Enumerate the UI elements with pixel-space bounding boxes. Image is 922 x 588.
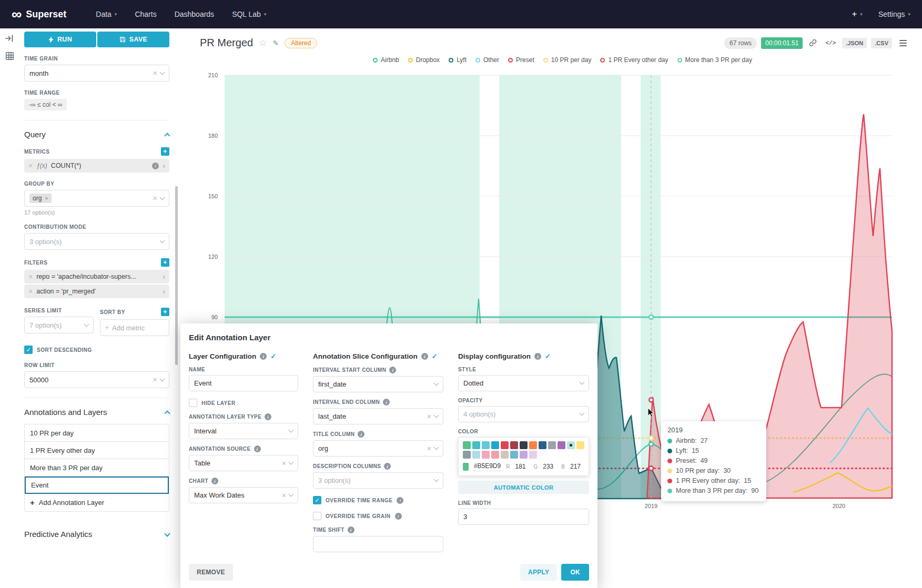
clear-icon[interactable]: ×	[427, 413, 431, 420]
export-json-button[interactable]: .JSON	[842, 38, 867, 48]
datasource-grid-icon[interactable]	[5, 52, 14, 60]
color-swatch[interactable]	[472, 441, 480, 449]
apply-button[interactable]: APPLY	[520, 564, 557, 581]
legend-item[interactable]: 10 PR per day	[543, 56, 592, 64]
color-swatch[interactable]	[463, 451, 471, 459]
override-time-range-checkbox[interactable]: ✓ OVERRIDE TIME RANGE i	[313, 496, 443, 504]
color-swatch[interactable]	[558, 441, 565, 449]
annotation-layer-item[interactable]: 10 PR per day	[25, 424, 169, 442]
group-by-select[interactable]: org× ×	[24, 190, 169, 207]
annotations-section-header[interactable]: Annotations and Layers	[24, 408, 169, 417]
title-column-select[interactable]: org×	[313, 440, 443, 457]
annotation-layer-item-selected[interactable]: Event	[25, 477, 169, 494]
save-button[interactable]: SAVE	[97, 32, 169, 47]
time-grain-select[interactable]: month ×	[24, 65, 169, 82]
copy-link-button[interactable]	[807, 37, 819, 48]
embed-code-button[interactable]: </>	[823, 38, 838, 48]
opacity-select[interactable]: 4 option(s)	[458, 406, 589, 422]
chart-select[interactable]: Max Work Dates×	[189, 487, 298, 503]
clear-icon[interactable]: ×	[282, 460, 286, 467]
interval-end-column-select[interactable]: last_date×	[313, 408, 443, 424]
chart-menu-button[interactable]	[896, 38, 910, 48]
add-sort-metric-button[interactable]: +	[161, 308, 169, 316]
nav-sql-lab[interactable]: SQL Lab▾	[232, 10, 266, 18]
b-input[interactable]: 217	[570, 463, 581, 471]
color-swatch[interactable]	[529, 451, 537, 459]
color-swatch[interactable]	[529, 441, 537, 449]
color-swatch[interactable]	[491, 441, 499, 449]
legend-item[interactable]: 1 PR Every other day	[600, 56, 668, 64]
annotation-layer-item[interactable]: 1 PR Every other day	[25, 442, 169, 459]
color-swatch[interactable]	[520, 451, 528, 459]
legend-item[interactable]: Preset	[508, 56, 534, 64]
nav-dashboards[interactable]: Dashboards	[175, 10, 215, 18]
ok-button[interactable]: OK	[561, 564, 589, 581]
time-shift-input[interactable]	[313, 536, 443, 552]
remove-icon[interactable]: ×	[28, 273, 33, 280]
collapse-chevron-icon[interactable]	[164, 410, 170, 416]
metric-pill[interactable]: × ƒ(x) COUNT(*) i ›	[24, 159, 169, 173]
color-swatch[interactable]	[501, 441, 509, 449]
color-swatch[interactable]	[491, 451, 499, 459]
color-swatch[interactable]	[472, 451, 480, 459]
hex-color-input[interactable]: #B5E9D9	[473, 462, 502, 471]
r-input[interactable]: 181	[515, 463, 525, 471]
clear-icon[interactable]: ×	[153, 376, 157, 383]
remove-button[interactable]: REMOVE	[189, 564, 233, 581]
export-csv-button[interactable]: .CSV	[871, 38, 892, 48]
color-swatch[interactable]	[482, 441, 490, 449]
edit-pencil-icon[interactable]: ✎	[272, 39, 279, 47]
run-button[interactable]: RUN	[24, 32, 96, 47]
contribution-mode-select[interactable]: 3 option(s)	[24, 233, 169, 250]
clear-icon[interactable]: ×	[427, 445, 431, 452]
automatic-color-button[interactable]: AUTOMATIC COLOR	[458, 481, 589, 494]
filter-pill[interactable]: × action = 'pr_merged' ›	[24, 285, 169, 298]
remove-icon[interactable]: ×	[28, 288, 33, 295]
legend-item[interactable]: Other	[475, 56, 499, 64]
settings-menu[interactable]: Settings▾	[878, 10, 910, 18]
interval-start-column-select[interactable]: first_date	[313, 376, 443, 392]
collapse-panel-icon[interactable]	[5, 34, 14, 43]
color-swatch[interactable]	[510, 451, 518, 459]
legend-item[interactable]: More than 3 PR per day	[677, 56, 752, 64]
clear-icon[interactable]: ×	[153, 69, 157, 77]
clear-icon[interactable]: ×	[282, 492, 286, 499]
filter-pill[interactable]: × repo = 'apache/incubator-supers... ›	[24, 270, 169, 283]
style-select[interactable]: Dotted	[458, 375, 589, 391]
color-swatch[interactable]	[548, 441, 556, 449]
name-input[interactable]: Event	[189, 375, 298, 391]
override-time-grain-checkbox[interactable]: OVERRIDE TIME GRAIN i	[313, 512, 443, 520]
remove-tag-icon[interactable]: ×	[45, 195, 48, 201]
predictive-section-header[interactable]: Predictive Analytics	[24, 530, 169, 539]
line-width-input[interactable]: 3	[458, 509, 589, 525]
altered-badge[interactable]: Altered	[285, 38, 317, 48]
hide-layer-checkbox[interactable]: HIDE LAYER	[189, 399, 298, 407]
color-swatch[interactable]	[576, 441, 584, 449]
description-columns-select[interactable]: 3 option(s)	[313, 472, 443, 489]
collapse-chevron-icon[interactable]	[164, 133, 170, 138]
sort-by-select[interactable]: + Add metric	[100, 319, 169, 336]
legend-item[interactable]: Airbnb	[373, 56, 399, 64]
expand-chevron-icon[interactable]	[164, 531, 170, 536]
legend-item[interactable]: Lyft	[449, 56, 467, 64]
g-input[interactable]: 233	[543, 463, 553, 471]
add-filter-button[interactable]: +	[161, 258, 169, 267]
add-annotation-layer-button[interactable]: + Add Annotation Layer	[25, 494, 169, 511]
time-range-value[interactable]: -∞ ≤ col < ∞	[24, 99, 67, 110]
nav-data[interactable]: Data▾	[96, 10, 117, 18]
color-swatch[interactable]	[539, 441, 546, 449]
annotation-source-select[interactable]: Table×	[189, 455, 298, 471]
series-limit-select[interactable]: 7 option(s)	[24, 317, 94, 333]
legend-item[interactable]: Dropbox	[408, 56, 440, 64]
color-swatch[interactable]	[520, 441, 528, 449]
remove-icon[interactable]: ×	[28, 162, 33, 169]
row-limit-select[interactable]: 50000 ×	[24, 371, 169, 388]
color-swatch[interactable]	[501, 451, 509, 459]
color-swatch[interactable]	[463, 441, 471, 449]
color-swatch-selected[interactable]	[567, 441, 575, 449]
clear-icon[interactable]: ×	[153, 195, 157, 202]
query-section-header[interactable]: Query	[24, 130, 169, 139]
annotation-layer-type-select[interactable]: Interval	[189, 423, 298, 439]
new-item-button[interactable]: +▾	[852, 9, 862, 19]
sort-descending-checkbox[interactable]: ✓ SORT DESCENDING	[24, 346, 169, 354]
